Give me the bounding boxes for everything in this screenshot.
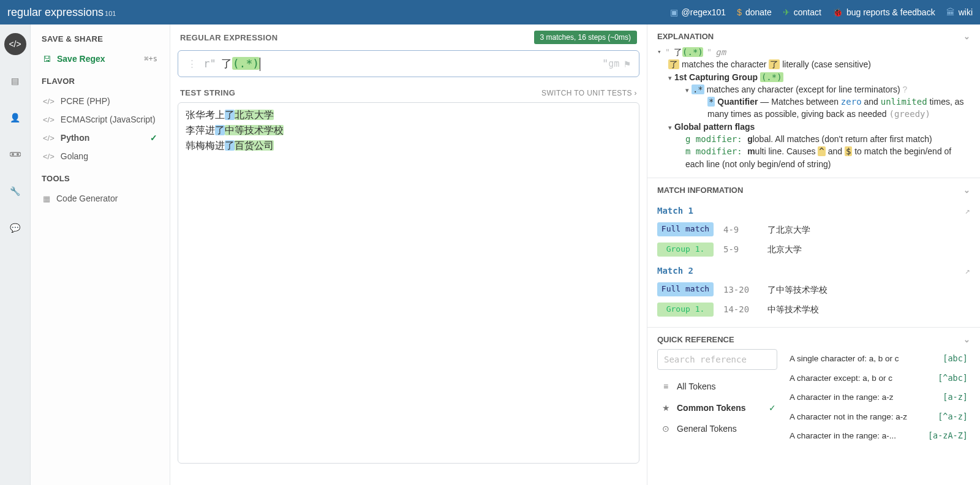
flavor-list: </>PCRE (PHP)</>ECMAScript (JavaScript)<…	[36, 92, 165, 165]
match-row: Full match13-20了中等技术学校	[657, 279, 970, 299]
code-icon: </>	[43, 152, 55, 161]
rail-chat-icon[interactable]: 💬	[4, 217, 26, 239]
match-header[interactable]: Match 1	[657, 205, 693, 217]
quickref-token-list: A single character of: a, b or c[abc]A c…	[787, 349, 970, 446]
match-row: Full match4-9了北京大学	[657, 219, 970, 239]
rail-library-icon[interactable]: ▤	[4, 70, 26, 92]
check-icon: ✓	[769, 402, 776, 414]
quickref-cat[interactable]: ⊙General Tokens	[657, 418, 780, 439]
flag-icon[interactable]: ⚑	[624, 58, 630, 70]
test-string-line: 张华考上了北京大学	[186, 108, 631, 123]
quick-ref-panel: QUICK REFERENCE⌄ Search reference ≡All T…	[647, 328, 980, 453]
bank-icon: 🏛	[946, 7, 955, 17]
top-nav: ▣@regex101$donate✈contact🐞bug reports & …	[670, 7, 973, 17]
sidebar-tools-header: TOOLS	[36, 173, 165, 189]
svg-rect-0	[10, 152, 21, 156]
editor-pane: REGULAR EXPRESSION 3 matches, 16 steps (…	[170, 24, 647, 485]
twitter-icon: ▣	[670, 7, 678, 17]
svg-point-2	[17, 153, 19, 156]
panel-collapse-icon[interactable]: ⌄	[963, 335, 970, 344]
code-icon: </>	[43, 115, 55, 124]
nav-link-send[interactable]: ✈contact	[783, 7, 821, 17]
quickref-token[interactable]: A character except: a, b or c[^abc]	[787, 369, 970, 388]
rail-regex-icon[interactable]: </>	[4, 33, 26, 55]
send-icon: ✈	[783, 7, 790, 17]
panel-collapse-icon[interactable]: ⌄	[963, 186, 970, 195]
nav-link-dollar[interactable]: $donate	[737, 7, 772, 17]
test-string-line: 韩梅梅进了百货公司	[186, 138, 631, 154]
flags-selector[interactable]: gm	[608, 58, 619, 69]
bug-icon: 🐞	[832, 7, 843, 17]
regex-section-header: REGULAR EXPRESSION	[180, 33, 278, 42]
quickref-search-input[interactable]: Search reference	[657, 349, 777, 370]
flavor-item[interactable]: </>Python✓	[36, 129, 165, 147]
test-string-input[interactable]: 张华考上了北京大学李萍进了中等技术学校韩梅梅进了百货公司	[178, 102, 639, 464]
save-icon: 🖫	[43, 55, 51, 64]
quickref-token[interactable]: A character in the range: a-z[a-z]	[787, 388, 970, 407]
sidebar-flavor-header: FLAVOR	[36, 75, 165, 92]
flavor-item[interactable]: </>PCRE (PHP)	[36, 92, 165, 110]
test-string-header: TEST STRING	[180, 88, 235, 97]
match-row: Group 1.5-9北京大学	[657, 239, 970, 260]
check-icon: ✓	[150, 133, 157, 143]
match-info-panel: MATCH INFORMATION⌄ Match 1↗Full match4-9…	[647, 178, 980, 328]
code-icon: </>	[43, 133, 55, 143]
left-rail: </> ▤ 👤 🔧 💬	[0, 24, 31, 485]
flavor-item[interactable]: </>Golang	[36, 147, 165, 165]
save-regex-button[interactable]: 🖫 Save Regex ⌘+s	[36, 50, 165, 68]
panel-collapse-icon[interactable]: ⌄	[963, 32, 970, 41]
top-header: regular expressions101 ▣@regex101$donate…	[0, 0, 980, 24]
code-gen-icon: ▦	[43, 194, 50, 203]
quickref-cat[interactable]: ≡All Tokens	[657, 376, 780, 397]
export-icon[interactable]: ↗	[965, 265, 970, 277]
quickref-token[interactable]: A character in the range: a-...[a-zA-Z]	[787, 426, 970, 446]
nav-link-twitter[interactable]: ▣@regex101	[670, 7, 726, 17]
test-string-line: 李萍进了中等技术学校	[186, 123, 631, 138]
nav-link-bug[interactable]: 🐞bug reports & feedback	[832, 7, 935, 17]
flavor-item[interactable]: </>ECMAScript (JavaScript)	[36, 110, 165, 129]
rail-account-icon[interactable]: 👤	[4, 107, 26, 129]
right-panels: EXPLANATION⌄ ▾" 了(.*) " gm 了 matches the…	[647, 24, 980, 485]
sidebar-save-share-header: SAVE & SHARE	[36, 33, 165, 50]
match-list: Match 1↗Full match4-9了北京大学Group 1.5-9北京大…	[647, 200, 980, 327]
rail-debugger-icon[interactable]	[4, 143, 26, 165]
sidebar: SAVE & SHARE 🖫 Save Regex ⌘+s FLAVOR </>…	[31, 24, 170, 485]
quickref-cat[interactable]: ★Common Tokens✓	[657, 397, 780, 418]
code-generator-button[interactable]: ▦ Code Generator	[36, 189, 165, 208]
code-icon: </>	[43, 97, 55, 106]
match-row: Group 1.14-20中等技术学校	[657, 299, 970, 320]
match-header[interactable]: Match 2	[657, 265, 693, 277]
dollar-icon: $	[737, 7, 742, 17]
quickref-token[interactable]: A character not in the range: a-z[^a-z]	[787, 407, 970, 427]
quickref-cat-list: ≡All Tokens★Common Tokens✓⊙General Token…	[657, 376, 780, 439]
export-icon[interactable]: ↗	[965, 205, 970, 217]
rail-settings-icon[interactable]: 🔧	[4, 180, 26, 202]
regex-input[interactable]: ⋮ r" 了(.*) " gm ⚑	[178, 50, 639, 77]
quickref-token[interactable]: A single character of: a, b or c[abc]	[787, 349, 970, 369]
app-logo[interactable]: regular expressions101	[7, 6, 116, 19]
nav-link-bank[interactable]: 🏛wiki	[946, 7, 973, 17]
explanation-panel: EXPLANATION⌄ ▾" 了(.*) " gm 了 matches the…	[647, 24, 980, 178]
svg-point-1	[12, 153, 14, 156]
switch-to-unit-tests-button[interactable]: SWITCH TO UNIT TESTS ›	[541, 89, 637, 97]
match-stats-chip: 3 matches, 16 steps (~0ms)	[534, 31, 637, 44]
